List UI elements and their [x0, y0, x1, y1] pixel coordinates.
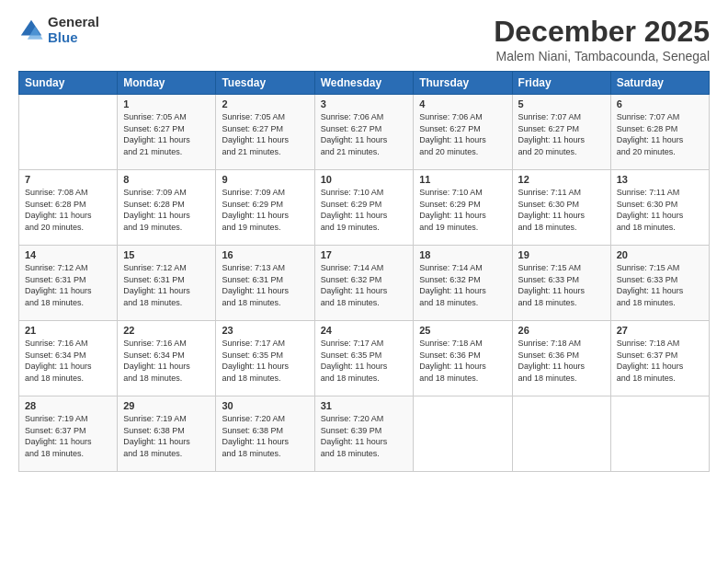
calendar-cell-w5-d5 — [414, 396, 512, 472]
col-sunday: Sunday — [19, 72, 118, 95]
month-title: December 2025 — [494, 15, 710, 49]
day-number-11: 11 — [419, 174, 506, 185]
day-info-25: Sunrise: 7:18 AM Sunset: 6:36 PM Dayligh… — [419, 338, 506, 384]
calendar-cell-w1-d3: 2Sunrise: 7:05 AM Sunset: 6:27 PM Daylig… — [216, 95, 314, 170]
calendar-cell-w1-d1 — [19, 95, 118, 170]
day-info-2: Sunrise: 7:05 AM Sunset: 6:27 PM Dayligh… — [222, 111, 308, 157]
col-monday: Monday — [118, 72, 216, 95]
day-info-7: Sunrise: 7:08 AM Sunset: 6:28 PM Dayligh… — [25, 187, 111, 233]
calendar-cell-w2-d1: 7Sunrise: 7:08 AM Sunset: 6:28 PM Daylig… — [19, 170, 118, 246]
calendar-cell-w5-d6 — [512, 396, 610, 472]
day-number-27: 27 — [617, 325, 703, 336]
day-number-20: 20 — [617, 249, 703, 260]
day-number-31: 31 — [321, 400, 408, 411]
calendar-header-row: Sunday Monday Tuesday Wednesday Thursday… — [19, 72, 710, 95]
calendar-cell-w4-d5: 25Sunrise: 7:18 AM Sunset: 6:36 PM Dayli… — [414, 321, 512, 396]
logo: General Blue — [18, 15, 99, 45]
col-tuesday: Tuesday — [216, 72, 314, 95]
day-number-17: 17 — [321, 249, 408, 260]
day-number-19: 19 — [518, 249, 605, 260]
calendar-cell-w5-d1: 28Sunrise: 7:19 AM Sunset: 6:37 PM Dayli… — [19, 396, 118, 472]
logo-blue-label: Blue — [48, 30, 99, 46]
calendar-cell-w3-d4: 17Sunrise: 7:14 AM Sunset: 6:32 PM Dayli… — [314, 246, 414, 321]
day-info-4: Sunrise: 7:06 AM Sunset: 6:27 PM Dayligh… — [419, 111, 506, 157]
day-number-24: 24 — [321, 325, 408, 336]
calendar-cell-w2-d2: 8Sunrise: 7:09 AM Sunset: 6:28 PM Daylig… — [118, 170, 216, 246]
col-thursday: Thursday — [414, 72, 512, 95]
day-number-6: 6 — [617, 98, 703, 109]
calendar-cell-w2-d4: 10Sunrise: 7:10 AM Sunset: 6:29 PM Dayli… — [314, 170, 414, 246]
day-number-18: 18 — [419, 249, 506, 260]
day-number-12: 12 — [518, 174, 605, 185]
col-saturday: Saturday — [610, 72, 709, 95]
day-info-10: Sunrise: 7:10 AM Sunset: 6:29 PM Dayligh… — [321, 187, 408, 233]
day-number-7: 7 — [25, 174, 111, 185]
day-number-30: 30 — [222, 400, 308, 411]
day-info-31: Sunrise: 7:20 AM Sunset: 6:39 PM Dayligh… — [321, 413, 408, 459]
day-number-25: 25 — [419, 325, 506, 336]
day-info-13: Sunrise: 7:11 AM Sunset: 6:30 PM Dayligh… — [617, 187, 703, 233]
day-info-17: Sunrise: 7:14 AM Sunset: 6:32 PM Dayligh… — [321, 262, 408, 308]
calendar-cell-w4-d1: 21Sunrise: 7:16 AM Sunset: 6:34 PM Dayli… — [19, 321, 118, 396]
day-number-28: 28 — [25, 400, 111, 411]
title-block: December 2025 Malem Niani, Tambacounda, … — [494, 15, 710, 63]
calendar-table: Sunday Monday Tuesday Wednesday Thursday… — [18, 71, 710, 472]
calendar-cell-w3-d6: 19Sunrise: 7:15 AM Sunset: 6:33 PM Dayli… — [512, 246, 610, 321]
day-number-16: 16 — [222, 249, 308, 260]
logo-general-label: General — [48, 15, 99, 30]
calendar-cell-w5-d3: 30Sunrise: 7:20 AM Sunset: 6:38 PM Dayli… — [216, 396, 314, 472]
day-number-21: 21 — [25, 325, 111, 336]
day-info-22: Sunrise: 7:16 AM Sunset: 6:34 PM Dayligh… — [123, 338, 210, 384]
calendar-cell-w1-d2: 1Sunrise: 7:05 AM Sunset: 6:27 PM Daylig… — [118, 95, 216, 170]
day-number-1: 1 — [123, 98, 210, 109]
calendar-cell-w5-d4: 31Sunrise: 7:20 AM Sunset: 6:39 PM Dayli… — [314, 396, 414, 472]
day-number-3: 3 — [321, 98, 408, 109]
day-number-14: 14 — [25, 249, 111, 260]
day-number-9: 9 — [222, 174, 308, 185]
day-number-10: 10 — [321, 174, 408, 185]
day-info-28: Sunrise: 7:19 AM Sunset: 6:37 PM Dayligh… — [25, 413, 111, 459]
day-info-18: Sunrise: 7:14 AM Sunset: 6:32 PM Dayligh… — [419, 262, 506, 308]
day-number-5: 5 — [518, 98, 605, 109]
day-info-16: Sunrise: 7:13 AM Sunset: 6:31 PM Dayligh… — [222, 262, 308, 308]
calendar-cell-w1-d6: 5Sunrise: 7:07 AM Sunset: 6:27 PM Daylig… — [512, 95, 610, 170]
calendar-cell-w2-d7: 13Sunrise: 7:11 AM Sunset: 6:30 PM Dayli… — [610, 170, 709, 246]
page: General Blue December 2025 Malem Niani, … — [0, 0, 728, 563]
day-number-4: 4 — [419, 98, 506, 109]
day-info-21: Sunrise: 7:16 AM Sunset: 6:34 PM Dayligh… — [25, 338, 111, 384]
calendar-cell-w2-d3: 9Sunrise: 7:09 AM Sunset: 6:29 PM Daylig… — [216, 170, 314, 246]
day-number-23: 23 — [222, 325, 308, 336]
calendar-cell-w1-d5: 4Sunrise: 7:06 AM Sunset: 6:27 PM Daylig… — [414, 95, 512, 170]
day-number-8: 8 — [123, 174, 210, 185]
day-info-5: Sunrise: 7:07 AM Sunset: 6:27 PM Dayligh… — [518, 111, 605, 157]
day-info-20: Sunrise: 7:15 AM Sunset: 6:33 PM Dayligh… — [617, 262, 703, 308]
logo-icon — [18, 17, 44, 43]
calendar-cell-w4-d3: 23Sunrise: 7:17 AM Sunset: 6:35 PM Dayli… — [216, 321, 314, 396]
col-friday: Friday — [512, 72, 610, 95]
logo-text: General Blue — [48, 15, 99, 45]
calendar-week-2: 7Sunrise: 7:08 AM Sunset: 6:28 PM Daylig… — [19, 170, 710, 246]
calendar-cell-w4-d6: 26Sunrise: 7:18 AM Sunset: 6:36 PM Dayli… — [512, 321, 610, 396]
calendar-cell-w3-d2: 15Sunrise: 7:12 AM Sunset: 6:31 PM Dayli… — [118, 246, 216, 321]
calendar-cell-w3-d1: 14Sunrise: 7:12 AM Sunset: 6:31 PM Dayli… — [19, 246, 118, 321]
day-info-11: Sunrise: 7:10 AM Sunset: 6:29 PM Dayligh… — [419, 187, 506, 233]
day-info-30: Sunrise: 7:20 AM Sunset: 6:38 PM Dayligh… — [222, 413, 308, 459]
day-info-19: Sunrise: 7:15 AM Sunset: 6:33 PM Dayligh… — [518, 262, 605, 308]
header: General Blue December 2025 Malem Niani, … — [18, 15, 710, 63]
calendar-week-1: 1Sunrise: 7:05 AM Sunset: 6:27 PM Daylig… — [19, 95, 710, 170]
day-info-1: Sunrise: 7:05 AM Sunset: 6:27 PM Dayligh… — [123, 111, 210, 157]
day-info-27: Sunrise: 7:18 AM Sunset: 6:37 PM Dayligh… — [617, 338, 703, 384]
day-info-12: Sunrise: 7:11 AM Sunset: 6:30 PM Dayligh… — [518, 187, 605, 233]
day-number-26: 26 — [518, 325, 605, 336]
calendar-cell-w2-d5: 11Sunrise: 7:10 AM Sunset: 6:29 PM Dayli… — [414, 170, 512, 246]
calendar-cell-w2-d6: 12Sunrise: 7:11 AM Sunset: 6:30 PM Dayli… — [512, 170, 610, 246]
calendar-week-5: 28Sunrise: 7:19 AM Sunset: 6:37 PM Dayli… — [19, 396, 710, 472]
calendar-cell-w1-d4: 3Sunrise: 7:06 AM Sunset: 6:27 PM Daylig… — [314, 95, 414, 170]
day-info-3: Sunrise: 7:06 AM Sunset: 6:27 PM Dayligh… — [321, 111, 408, 157]
calendar-cell-w5-d2: 29Sunrise: 7:19 AM Sunset: 6:38 PM Dayli… — [118, 396, 216, 472]
day-info-29: Sunrise: 7:19 AM Sunset: 6:38 PM Dayligh… — [123, 413, 210, 459]
day-info-24: Sunrise: 7:17 AM Sunset: 6:35 PM Dayligh… — [321, 338, 408, 384]
day-info-23: Sunrise: 7:17 AM Sunset: 6:35 PM Dayligh… — [222, 338, 308, 384]
calendar-week-3: 14Sunrise: 7:12 AM Sunset: 6:31 PM Dayli… — [19, 246, 710, 321]
day-number-13: 13 — [617, 174, 703, 185]
